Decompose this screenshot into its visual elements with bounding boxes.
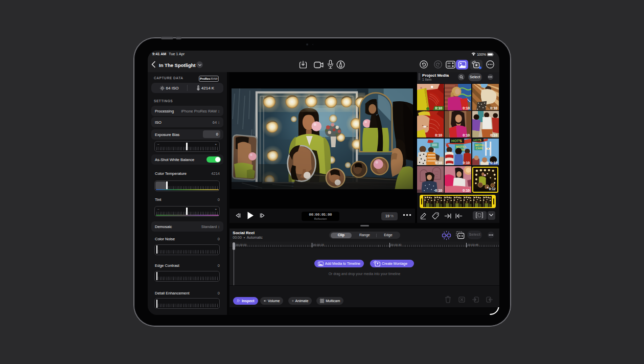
svg-text:CAFE: CAFE — [475, 147, 483, 150]
svg-text:’S: ’S — [478, 139, 481, 142]
svg-text:0:10: 0:10 — [490, 106, 497, 110]
svg-text:0:10: 0:10 — [463, 133, 470, 137]
svg-text:0:10: 0:10 — [435, 106, 443, 110]
svg-text:’S: ’S — [458, 139, 462, 143]
svg-text:0:12: 0:12 — [489, 188, 496, 191]
svg-text:0:10: 0:10 — [463, 106, 470, 110]
svg-text:0:10: 0:10 — [435, 161, 443, 165]
svg-text:MOTEL: MOTEL — [456, 145, 467, 148]
svg-text:0:10: 0:10 — [463, 189, 470, 192]
svg-text:0:10: 0:10 — [463, 161, 470, 165]
svg-text:0:10: 0:10 — [435, 133, 443, 137]
svg-text:0:10: 0:10 — [490, 133, 497, 137]
svg-text:0:10: 0:10 — [435, 189, 443, 192]
svg-text:0:10: 0:10 — [490, 161, 497, 165]
